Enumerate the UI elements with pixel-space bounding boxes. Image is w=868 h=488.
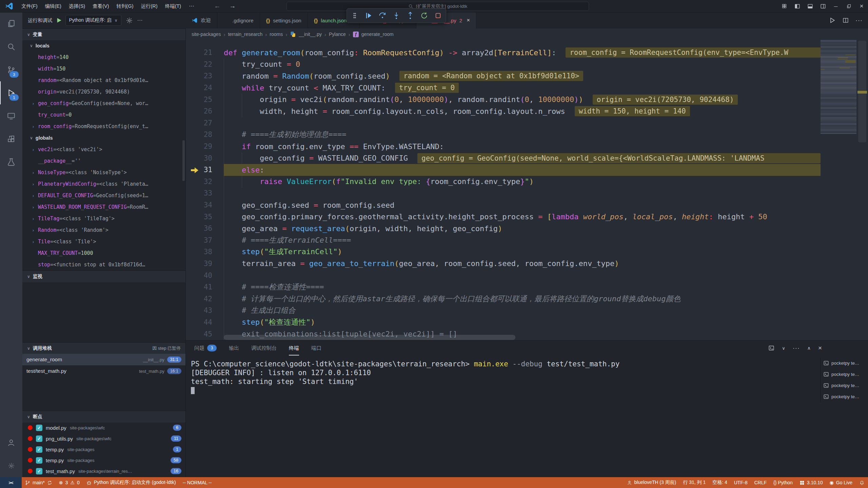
code-line-34[interactable]: 34 geo_config.seed = room_config.seed	[185, 199, 821, 211]
language-mode-item[interactable]: {} Python	[770, 477, 796, 488]
scope-locals[interactable]: ∨locals	[22, 40, 185, 52]
restart-button[interactable]	[420, 11, 429, 20]
grid-icon[interactable]	[778, 0, 791, 12]
panel-tab-端口[interactable]: 端口	[311, 341, 321, 355]
breakpoint-row[interactable]: ✓test_math.pysite-packages\terrain_res…1…	[22, 466, 185, 476]
activity-files[interactable]	[0, 12, 22, 35]
code-line-22[interactable]: 22 try_count = 0	[185, 59, 821, 70]
commit-author-item[interactable]: blueloveTH (3 周前)	[624, 477, 680, 488]
terminal-session-item[interactable]: pocketpy te…	[823, 369, 863, 380]
breadcrumb-item[interactable]: rooms	[270, 32, 283, 37]
step-into-button[interactable]	[392, 11, 401, 20]
activity-testing[interactable]	[0, 150, 22, 174]
python-version-item[interactable]: 3.10.10	[796, 477, 826, 488]
panel-tab-输出[interactable]: 输出	[229, 341, 239, 355]
code-line-29[interactable]: 29 if room_config.env_type == EnvType.WA…	[185, 141, 821, 152]
menu-item[interactable]: 终端(T)	[161, 3, 185, 9]
code-line-35[interactable]: 35 geo_config.primary_forces.geothermal_…	[185, 211, 821, 223]
code-line-33[interactable]: 33	[185, 187, 821, 199]
restore-icon[interactable]	[842, 0, 855, 12]
variable-row[interactable]: MAX_TRY_COUNT = 1000	[22, 247, 185, 259]
code-line-38[interactable]: 38 step("生成TerrainCell")	[185, 246, 821, 258]
code-line-36[interactable]: 36 geo_area = request_area(origin, width…	[185, 223, 821, 235]
activity-extensions[interactable]	[0, 127, 22, 150]
terminal-split-icon[interactable]	[768, 345, 774, 351]
panel-tab-问题[interactable]: 问题3	[194, 341, 217, 355]
expand-icon[interactable]: ›	[32, 147, 35, 152]
debug-status-item[interactable]: Python 调试程序: 启动文件 (godot-ldtk)	[83, 477, 179, 488]
expand-icon[interactable]: ›	[32, 239, 35, 244]
menu-item[interactable]: 文件(F)	[18, 3, 41, 9]
menu-item[interactable]: 运行(R)	[137, 3, 161, 9]
close-icon[interactable]: ×	[855, 0, 868, 12]
watch-section-header[interactable]: ∨监视	[22, 270, 185, 282]
code-line-30[interactable]: 30 geo_config = WASTELAND_GEO_CONFIGgeo_…	[185, 152, 821, 164]
breadcrumb-item[interactable]: terrain_research	[228, 32, 262, 37]
tab-settings.json[interactable]: {}settings.json	[260, 12, 308, 28]
debug-start-icon[interactable]	[56, 17, 62, 23]
code-line-40[interactable]: 40	[185, 269, 821, 281]
go-live-item[interactable]: ◉ Go Live	[826, 477, 856, 488]
variable-row[interactable]: ›TileTag = <class 'TileTag'>	[22, 213, 185, 224]
layout-left-icon[interactable]	[791, 0, 804, 12]
code-line-32[interactable]: 32 raise ValueError(f"Invalid env type: …	[185, 176, 821, 188]
debug-config-select[interactable]: Python 调试程序: 启 ∨	[65, 15, 121, 26]
variable-row[interactable]: width = 150	[22, 63, 185, 75]
menu-item[interactable]: 查看(V)	[89, 3, 113, 9]
variable-row[interactable]: __package__ = ''	[22, 155, 185, 167]
sidebar-scrollbar[interactable]	[182, 140, 185, 181]
menu-more-button[interactable]: ···	[185, 3, 198, 9]
code-line-23[interactable]: 23 random = Random(room_config.seed)rand…	[185, 70, 821, 82]
breakpoint-row[interactable]: ✓png_utils.pysite-packages\wfc11	[22, 433, 185, 444]
code-line-39[interactable]: 39 terrain_area = geo_area_to_terrain(ge…	[185, 258, 821, 270]
variable-row[interactable]: ›WASTELAND_ROOM_REQUEST_CONFIG = RoomR…	[22, 201, 185, 213]
terminal-output[interactable]: PS C:\computer_science\godot-ldtk\site-p…	[191, 360, 821, 477]
debug-gear-icon[interactable]	[126, 17, 133, 24]
breadcrumb-item[interactable]: __init__.py	[299, 32, 322, 37]
eol-item[interactable]: CRLF	[751, 477, 770, 488]
breakpoint-row[interactable]: ✓model.pysite-packages\wfc6	[22, 422, 185, 433]
variable-row[interactable]: ›DEFAULT_GEO_CONFIG = GeoConfig(seed=1…	[22, 190, 185, 201]
nav-back-icon[interactable]: ←	[214, 2, 220, 10]
cursor-position-item[interactable]: 行 31, 列 1	[679, 477, 709, 488]
menu-item[interactable]: 转到(G)	[113, 3, 137, 9]
debug-more-button[interactable]: ···	[137, 17, 143, 23]
remote-indicator[interactable]: ><	[0, 477, 22, 488]
notifications-item[interactable]	[856, 477, 868, 488]
expand-icon[interactable]: ›	[32, 124, 35, 129]
expand-icon[interactable]: ›	[32, 170, 35, 175]
code-line-37[interactable]: 37 # ====生成TerrainCell====	[185, 235, 821, 246]
code-line-44[interactable]: 44 step("检查连通性")	[185, 317, 821, 328]
variable-row[interactable]: stop = <function stop at 0x1bf8d716d…	[22, 259, 185, 270]
breakpoint-row[interactable]: ✓temp.pysite-packages1	[22, 444, 185, 455]
expand-icon[interactable]: ›	[32, 216, 35, 221]
problems-item[interactable]: ⊗ 3 ⚠ 0	[56, 477, 83, 488]
variable-row[interactable]: ›room_config = RoomRequestConfig(env_t…	[22, 121, 185, 132]
breadcrumb-item[interactable]: Pylance	[329, 32, 346, 37]
layout-right-icon[interactable]	[816, 0, 829, 12]
panel-tab-调试控制台[interactable]: 调试控制台	[251, 341, 277, 355]
terminal-session-item[interactable]: pocketpy te…	[823, 391, 863, 402]
expand-icon[interactable]: ›	[32, 193, 35, 198]
panel-tab-终端[interactable]: 终端	[289, 341, 299, 355]
code-line-27[interactable]: 27	[185, 117, 821, 129]
code-line-41[interactable]: 41 # ====检查连通性====	[185, 281, 821, 293]
variable-row[interactable]: try_count = 0	[22, 109, 185, 121]
variable-row[interactable]: ›NoiseType = <class 'NoiseType'>	[22, 167, 185, 178]
indentation-item[interactable]: 空格: 4	[709, 477, 731, 488]
expand-icon[interactable]: ›	[32, 182, 35, 187]
activity-search[interactable]	[0, 35, 22, 58]
breadcrumb-item[interactable]: site-packages	[192, 32, 221, 37]
git-branch-item[interactable]: main*	[22, 477, 56, 488]
variable-row[interactable]: ›PlanetaryWindConfig = <class 'Planeta…	[22, 178, 185, 190]
checkbox-checked-icon[interactable]: ✓	[36, 446, 42, 453]
scope-globals[interactable]: ∨globals	[22, 132, 185, 144]
expand-icon[interactable]: ›	[32, 205, 35, 210]
minimap-slider[interactable]	[821, 54, 856, 92]
minimize-icon[interactable]: ─	[829, 0, 842, 12]
activity-scm[interactable]: 3	[0, 58, 22, 81]
breakpoint-row[interactable]: ✓temp.pysite-packages58	[22, 455, 185, 466]
code-line-26[interactable]: 26 width, height = room_config.layout.n_…	[185, 105, 821, 117]
activity-remote[interactable]	[0, 104, 22, 127]
tab-欢迎[interactable]: 欢迎	[185, 12, 217, 28]
